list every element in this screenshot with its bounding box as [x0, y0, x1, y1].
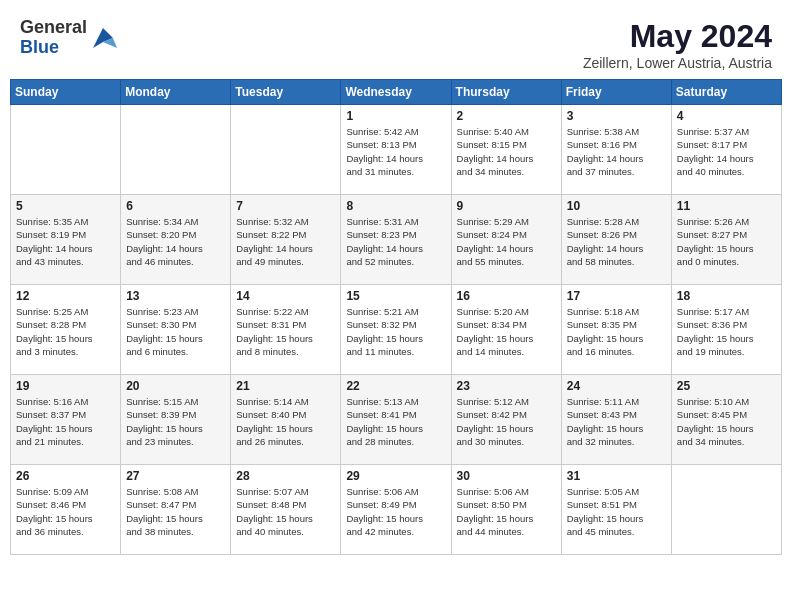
- weekday-tuesday: Tuesday: [231, 80, 341, 105]
- location: Zeillern, Lower Austria, Austria: [583, 55, 772, 71]
- week-row-0: 1Sunrise: 5:42 AM Sunset: 8:13 PM Daylig…: [11, 105, 782, 195]
- logo-icon: [89, 24, 117, 52]
- weekday-header-row: SundayMondayTuesdayWednesdayThursdayFrid…: [11, 80, 782, 105]
- logo-blue: Blue: [20, 38, 87, 58]
- calendar-cell: 7Sunrise: 5:32 AM Sunset: 8:22 PM Daylig…: [231, 195, 341, 285]
- day-info: Sunrise: 5:16 AM Sunset: 8:37 PM Dayligh…: [16, 395, 115, 448]
- month-title: May 2024: [583, 18, 772, 55]
- page-header: General Blue May 2024 Zeillern, Lower Au…: [10, 10, 782, 75]
- day-number: 10: [567, 199, 666, 213]
- weekday-wednesday: Wednesday: [341, 80, 451, 105]
- day-info: Sunrise: 5:17 AM Sunset: 8:36 PM Dayligh…: [677, 305, 776, 358]
- day-number: 9: [457, 199, 556, 213]
- day-info: Sunrise: 5:26 AM Sunset: 8:27 PM Dayligh…: [677, 215, 776, 268]
- day-info: Sunrise: 5:13 AM Sunset: 8:41 PM Dayligh…: [346, 395, 445, 448]
- day-info: Sunrise: 5:28 AM Sunset: 8:26 PM Dayligh…: [567, 215, 666, 268]
- calendar-cell: 27Sunrise: 5:08 AM Sunset: 8:47 PM Dayli…: [121, 465, 231, 555]
- calendar-body: 1Sunrise: 5:42 AM Sunset: 8:13 PM Daylig…: [11, 105, 782, 555]
- calendar-cell: 23Sunrise: 5:12 AM Sunset: 8:42 PM Dayli…: [451, 375, 561, 465]
- day-info: Sunrise: 5:15 AM Sunset: 8:39 PM Dayligh…: [126, 395, 225, 448]
- calendar-cell: [11, 105, 121, 195]
- calendar-cell: 22Sunrise: 5:13 AM Sunset: 8:41 PM Dayli…: [341, 375, 451, 465]
- day-number: 7: [236, 199, 335, 213]
- day-number: 22: [346, 379, 445, 393]
- day-number: 23: [457, 379, 556, 393]
- day-number: 26: [16, 469, 115, 483]
- day-info: Sunrise: 5:37 AM Sunset: 8:17 PM Dayligh…: [677, 125, 776, 178]
- day-info: Sunrise: 5:20 AM Sunset: 8:34 PM Dayligh…: [457, 305, 556, 358]
- calendar-cell: 9Sunrise: 5:29 AM Sunset: 8:24 PM Daylig…: [451, 195, 561, 285]
- day-number: 28: [236, 469, 335, 483]
- week-row-3: 19Sunrise: 5:16 AM Sunset: 8:37 PM Dayli…: [11, 375, 782, 465]
- day-number: 8: [346, 199, 445, 213]
- day-info: Sunrise: 5:10 AM Sunset: 8:45 PM Dayligh…: [677, 395, 776, 448]
- day-info: Sunrise: 5:14 AM Sunset: 8:40 PM Dayligh…: [236, 395, 335, 448]
- day-number: 20: [126, 379, 225, 393]
- calendar-cell: 13Sunrise: 5:23 AM Sunset: 8:30 PM Dayli…: [121, 285, 231, 375]
- calendar-cell: 16Sunrise: 5:20 AM Sunset: 8:34 PM Dayli…: [451, 285, 561, 375]
- day-number: 15: [346, 289, 445, 303]
- day-number: 30: [457, 469, 556, 483]
- day-info: Sunrise: 5:08 AM Sunset: 8:47 PM Dayligh…: [126, 485, 225, 538]
- week-row-1: 5Sunrise: 5:35 AM Sunset: 8:19 PM Daylig…: [11, 195, 782, 285]
- calendar-header: SundayMondayTuesdayWednesdayThursdayFrid…: [11, 80, 782, 105]
- day-number: 21: [236, 379, 335, 393]
- calendar-cell: 12Sunrise: 5:25 AM Sunset: 8:28 PM Dayli…: [11, 285, 121, 375]
- day-number: 1: [346, 109, 445, 123]
- day-number: 2: [457, 109, 556, 123]
- day-info: Sunrise: 5:32 AM Sunset: 8:22 PM Dayligh…: [236, 215, 335, 268]
- day-number: 31: [567, 469, 666, 483]
- day-number: 19: [16, 379, 115, 393]
- day-info: Sunrise: 5:05 AM Sunset: 8:51 PM Dayligh…: [567, 485, 666, 538]
- calendar-cell: 15Sunrise: 5:21 AM Sunset: 8:32 PM Dayli…: [341, 285, 451, 375]
- day-number: 14: [236, 289, 335, 303]
- day-number: 12: [16, 289, 115, 303]
- title-area: May 2024 Zeillern, Lower Austria, Austri…: [583, 18, 772, 71]
- weekday-friday: Friday: [561, 80, 671, 105]
- logo: General Blue: [20, 18, 117, 58]
- calendar-cell: 6Sunrise: 5:34 AM Sunset: 8:20 PM Daylig…: [121, 195, 231, 285]
- calendar-table: SundayMondayTuesdayWednesdayThursdayFrid…: [10, 79, 782, 555]
- day-number: 16: [457, 289, 556, 303]
- weekday-sunday: Sunday: [11, 80, 121, 105]
- calendar-cell: 30Sunrise: 5:06 AM Sunset: 8:50 PM Dayli…: [451, 465, 561, 555]
- day-info: Sunrise: 5:22 AM Sunset: 8:31 PM Dayligh…: [236, 305, 335, 358]
- calendar-cell: 4Sunrise: 5:37 AM Sunset: 8:17 PM Daylig…: [671, 105, 781, 195]
- day-info: Sunrise: 5:31 AM Sunset: 8:23 PM Dayligh…: [346, 215, 445, 268]
- week-row-2: 12Sunrise: 5:25 AM Sunset: 8:28 PM Dayli…: [11, 285, 782, 375]
- day-info: Sunrise: 5:29 AM Sunset: 8:24 PM Dayligh…: [457, 215, 556, 268]
- calendar-cell: 18Sunrise: 5:17 AM Sunset: 8:36 PM Dayli…: [671, 285, 781, 375]
- day-number: 27: [126, 469, 225, 483]
- day-number: 4: [677, 109, 776, 123]
- weekday-saturday: Saturday: [671, 80, 781, 105]
- day-number: 3: [567, 109, 666, 123]
- calendar-cell: 21Sunrise: 5:14 AM Sunset: 8:40 PM Dayli…: [231, 375, 341, 465]
- day-info: Sunrise: 5:07 AM Sunset: 8:48 PM Dayligh…: [236, 485, 335, 538]
- day-number: 18: [677, 289, 776, 303]
- day-info: Sunrise: 5:12 AM Sunset: 8:42 PM Dayligh…: [457, 395, 556, 448]
- day-info: Sunrise: 5:25 AM Sunset: 8:28 PM Dayligh…: [16, 305, 115, 358]
- logo-general: General: [20, 18, 87, 38]
- calendar-cell: 17Sunrise: 5:18 AM Sunset: 8:35 PM Dayli…: [561, 285, 671, 375]
- day-number: 11: [677, 199, 776, 213]
- day-info: Sunrise: 5:18 AM Sunset: 8:35 PM Dayligh…: [567, 305, 666, 358]
- day-info: Sunrise: 5:21 AM Sunset: 8:32 PM Dayligh…: [346, 305, 445, 358]
- day-info: Sunrise: 5:42 AM Sunset: 8:13 PM Dayligh…: [346, 125, 445, 178]
- calendar-cell: [671, 465, 781, 555]
- day-info: Sunrise: 5:34 AM Sunset: 8:20 PM Dayligh…: [126, 215, 225, 268]
- calendar-cell: [121, 105, 231, 195]
- calendar-cell: 25Sunrise: 5:10 AM Sunset: 8:45 PM Dayli…: [671, 375, 781, 465]
- calendar-cell: 10Sunrise: 5:28 AM Sunset: 8:26 PM Dayli…: [561, 195, 671, 285]
- calendar-cell: 24Sunrise: 5:11 AM Sunset: 8:43 PM Dayli…: [561, 375, 671, 465]
- day-number: 13: [126, 289, 225, 303]
- calendar-cell: 1Sunrise: 5:42 AM Sunset: 8:13 PM Daylig…: [341, 105, 451, 195]
- calendar-cell: 14Sunrise: 5:22 AM Sunset: 8:31 PM Dayli…: [231, 285, 341, 375]
- logo-text: General Blue: [20, 18, 87, 58]
- calendar-cell: 3Sunrise: 5:38 AM Sunset: 8:16 PM Daylig…: [561, 105, 671, 195]
- calendar-cell: 26Sunrise: 5:09 AM Sunset: 8:46 PM Dayli…: [11, 465, 121, 555]
- calendar-cell: 8Sunrise: 5:31 AM Sunset: 8:23 PM Daylig…: [341, 195, 451, 285]
- calendar-cell: 28Sunrise: 5:07 AM Sunset: 8:48 PM Dayli…: [231, 465, 341, 555]
- day-info: Sunrise: 5:06 AM Sunset: 8:50 PM Dayligh…: [457, 485, 556, 538]
- calendar-cell: 20Sunrise: 5:15 AM Sunset: 8:39 PM Dayli…: [121, 375, 231, 465]
- day-number: 29: [346, 469, 445, 483]
